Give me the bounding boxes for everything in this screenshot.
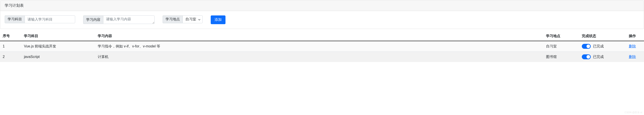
th-subject: 学习科目 <box>21 32 95 41</box>
status-label: 已完成 <box>593 44 604 49</box>
location-label: 学习地点 <box>162 16 182 23</box>
location-group: 学习地点 自习室 <box>162 16 203 23</box>
cell-location: 自习室 <box>543 41 579 52</box>
status-toggle[interactable] <box>582 54 591 59</box>
card-title: 学习计划表 <box>0 0 644 11</box>
subject-group: 学习科目 <box>5 16 75 23</box>
location-select[interactable]: 自习室 <box>182 16 203 23</box>
content-input[interactable] <box>103 16 154 24</box>
add-button[interactable]: 添加 <box>211 16 226 24</box>
th-location: 学习地点 <box>543 32 579 41</box>
cell-action: 删除 <box>626 52 644 62</box>
cell-status: 已完成 <box>579 52 626 62</box>
content-label: 学习内容 <box>83 16 103 24</box>
cell-index: 1 <box>0 41 21 52</box>
cell-action: 删除 <box>626 41 644 52</box>
cell-location: 图书馆 <box>543 52 579 62</box>
study-plan-card: 学习计划表 学习科目 学习内容 学习地点 自习室 添加 <box>0 0 644 29</box>
table-row: 2 javaScript 计算机 图书馆 已完成 删除 <box>0 52 644 62</box>
content-group: 学习内容 <box>83 16 154 24</box>
cell-content: 计算机 <box>95 52 543 62</box>
table-header-row: 序号 学习科目 学习内容 学习地点 完成状态 操作 <box>0 32 644 41</box>
cell-status: 已完成 <box>579 41 626 52</box>
table-row: 1 Vue.js 前端实战开发 学习指令，例如 v-if、v-for、v-mod… <box>0 41 644 52</box>
form-row: 学习科目 学习内容 学习地点 自习室 添加 <box>0 11 644 29</box>
status-label: 已完成 <box>593 54 604 59</box>
status-toggle[interactable] <box>582 44 591 49</box>
cell-subject: Vue.js 前端实战开发 <box>21 41 95 52</box>
th-content: 学习内容 <box>95 32 543 41</box>
cell-content: 学习指令，例如 v-if、v-for、v-model 等 <box>95 41 543 52</box>
subject-label: 学习科目 <box>5 16 24 23</box>
th-status: 完成状态 <box>579 32 626 41</box>
subject-input[interactable] <box>24 16 75 23</box>
delete-link[interactable]: 删除 <box>629 55 636 58</box>
cell-index: 2 <box>0 52 21 62</box>
delete-link[interactable]: 删除 <box>629 44 636 48</box>
th-index: 序号 <box>0 32 21 41</box>
study-plan-table: 序号 学习科目 学习内容 学习地点 完成状态 操作 1 Vue.js 前端实战开… <box>0 32 644 62</box>
th-action: 操作 <box>626 32 644 41</box>
cell-subject: javaScript <box>21 52 95 62</box>
